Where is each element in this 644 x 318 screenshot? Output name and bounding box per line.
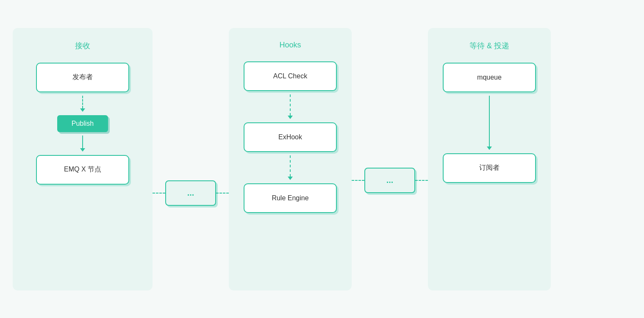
dashed-line-2: [216, 193, 229, 194]
dashed-line-1: [153, 193, 165, 194]
diagram-container: 接收 发布者 Publish EMQ X 节点: [0, 0, 644, 318]
subscriber-node: 订阅者: [443, 153, 536, 183]
panel-waiting-title: 等待 & 投递: [469, 41, 509, 51]
dashed-line-4: [415, 180, 428, 181]
arrow-publish-to-emqx: [80, 135, 85, 152]
arrow-exhook-to-rule: [288, 155, 293, 180]
dots-box-1: ...: [165, 180, 216, 206]
publisher-node: 发布者: [36, 63, 129, 92]
connector-hooks-waiting: ...: [352, 168, 428, 193]
hooks-content: ACL Check ExHook Rule Engine: [237, 61, 343, 213]
panel-receive: 接收 发布者 Publish EMQ X 节点: [13, 28, 153, 290]
panel-waiting: 等待 & 投递 mqueue 订阅者: [428, 28, 551, 290]
mqueue-node: mqueue: [443, 63, 536, 92]
dots-box-2: ...: [364, 168, 415, 193]
connector-receive-hooks: ...: [153, 180, 229, 206]
arrow-mqueue-to-subscriber: [487, 96, 492, 150]
panel-hooks: Hooks ACL Check ExHook Rule Engine: [229, 28, 352, 290]
panel-hooks-title: Hooks: [279, 41, 301, 50]
panel-receive-title: 接收: [75, 41, 90, 51]
arrow-acl-to-exhook: [288, 94, 293, 119]
exhook-node: ExHook: [244, 122, 337, 152]
rule-engine-node: Rule Engine: [244, 183, 337, 213]
dashed-line-3: [352, 180, 364, 181]
waiting-content: mqueue 订阅者: [436, 63, 542, 183]
publish-button-node[interactable]: Publish: [57, 115, 108, 132]
arrow-publisher-to-publish: [80, 96, 85, 112]
receive-content: 发布者 Publish EMQ X 节点: [21, 63, 144, 185]
acl-check-node: ACL Check: [244, 61, 337, 91]
emqx-node: EMQ X 节点: [36, 155, 129, 185]
